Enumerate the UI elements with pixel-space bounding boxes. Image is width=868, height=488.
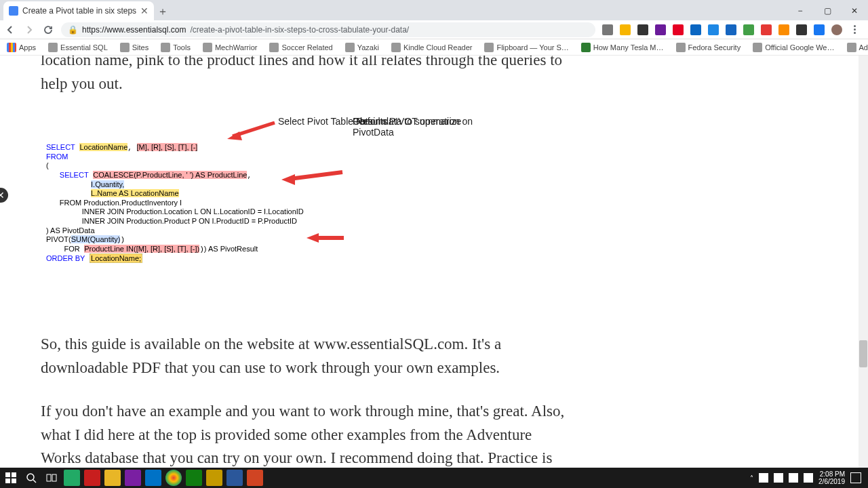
arrow-label-3: Perform PIVOT operation on PivotData xyxy=(353,116,475,138)
bookmarks-bar: Apps Essential SQL Sites Tools MechWarri… xyxy=(0,39,868,56)
url-field[interactable]: 🔒 https://www.essentialsql.com/create-a-… xyxy=(61,22,595,37)
svg-rect-6 xyxy=(12,479,16,483)
ext-icon-6[interactable] xyxy=(743,24,754,35)
ext-icon-4[interactable] xyxy=(708,24,719,35)
taskbar-app-icon[interactable] xyxy=(64,470,80,486)
excel-icon[interactable] xyxy=(186,470,202,486)
word-icon[interactable] xyxy=(226,470,243,486)
search-button[interactable] xyxy=(23,470,39,486)
url-host: https://www.essentialsql.com xyxy=(82,25,186,35)
volume-icon[interactable] xyxy=(789,473,798,483)
taskbar-app-icon[interactable] xyxy=(84,470,100,486)
svg-rect-10 xyxy=(52,474,56,481)
arrow-icon xyxy=(227,121,281,142)
system-tray: ˄ 2:08 PM 2/6/2019 xyxy=(750,470,865,485)
arrow-icon xyxy=(307,232,347,245)
svg-rect-5 xyxy=(5,479,10,483)
tray-chevron-icon[interactable]: ˄ xyxy=(750,474,753,482)
apps-button[interactable]: Apps xyxy=(7,43,36,52)
svg-rect-3 xyxy=(5,472,10,477)
bookmark-item[interactable]: Official Google We… xyxy=(753,43,834,52)
star-icon[interactable] xyxy=(620,24,631,35)
svg-line-8 xyxy=(33,480,36,483)
browser-tabs-bar: Create a Pivot table in six steps ✕ ＋ − … xyxy=(0,0,868,20)
article-content: location name, pink to the product lines… xyxy=(41,56,573,488)
back-button[interactable] xyxy=(4,24,16,36)
bookmark-item[interactable]: Essential SQL xyxy=(48,43,108,52)
extension-icons xyxy=(602,24,864,35)
reload-button[interactable] xyxy=(42,24,54,36)
pinterest-icon[interactable] xyxy=(673,24,684,35)
new-tab-button[interactable]: ＋ xyxy=(154,3,172,20)
search-icon[interactable] xyxy=(602,24,613,35)
tray-icon[interactable] xyxy=(759,473,768,483)
bookmark-item[interactable]: Soccer Related xyxy=(269,43,332,52)
profile-avatar[interactable] xyxy=(831,24,842,35)
taskbar-app-icon[interactable] xyxy=(206,470,222,486)
article-paragraph: location name, pink to the product lines… xyxy=(41,56,573,96)
file-explorer-icon[interactable] xyxy=(104,470,121,486)
ext-icon-5[interactable] xyxy=(726,24,736,35)
bookmark-item[interactable]: Kindle Cloud Reader xyxy=(391,43,473,52)
ext-icon-2[interactable] xyxy=(655,24,666,35)
article-paragraph: So, this guide is available on the websi… xyxy=(41,333,573,380)
bookmark-item[interactable]: Yazaki xyxy=(345,43,379,52)
windows-taskbar: ˄ 2:08 PM 2/6/2019 xyxy=(0,468,868,488)
svg-rect-9 xyxy=(47,474,51,481)
start-button[interactable] xyxy=(3,470,19,486)
bookmark-item[interactable]: Add to Buffer xyxy=(847,43,869,52)
bookmark-item[interactable]: MechWarrior xyxy=(203,43,258,52)
lock-icon: 🔒 xyxy=(68,25,78,35)
close-window-button[interactable]: ✕ xyxy=(841,1,868,20)
onenote-icon[interactable] xyxy=(125,470,141,486)
chrome-icon[interactable] xyxy=(165,470,182,486)
ext-icon-9[interactable] xyxy=(796,24,807,35)
url-path: /create-a-pivot-table-in-six-steps-to-cr… xyxy=(190,25,409,35)
tab-title: Create a Pivot table in six steps xyxy=(22,6,136,16)
wifi-icon[interactable] xyxy=(774,473,783,483)
svg-marker-2 xyxy=(307,233,319,243)
scroll-thumb[interactable] xyxy=(859,340,867,367)
address-bar: 🔒 https://www.essentialsql.com/create-a-… xyxy=(0,20,868,39)
outlook-icon[interactable] xyxy=(145,470,161,486)
bookmark-item[interactable]: Fedora Security xyxy=(676,43,741,52)
tab-favicon xyxy=(9,6,18,16)
bookmark-item[interactable]: Flipboard — Your S… xyxy=(484,43,568,52)
maximize-button[interactable]: ▢ xyxy=(814,1,841,20)
taskbar-app-icon[interactable] xyxy=(247,470,263,486)
bookmark-item[interactable]: Sites xyxy=(120,43,149,52)
ext-icon-10[interactable] xyxy=(814,24,825,35)
sql-code-block: SELECT LocationName, [M], [R], [S], [T],… xyxy=(46,143,304,263)
sql-diagram: Select Pivot Table Results… Obtain data … xyxy=(41,116,573,306)
battery-icon[interactable] xyxy=(804,473,813,483)
notifications-icon[interactable] xyxy=(850,472,861,483)
bookmark-item[interactable]: Tools xyxy=(161,43,191,52)
task-view-button[interactable] xyxy=(43,470,60,486)
ext-icon-1[interactable] xyxy=(637,24,648,35)
page-viewport: ✕ location name, pink to the product lin… xyxy=(0,56,868,488)
svg-rect-4 xyxy=(12,472,16,477)
menu-icon[interactable] xyxy=(849,24,860,35)
browser-tab[interactable]: Create a Pivot table in six steps ✕ xyxy=(3,1,154,20)
clock[interactable]: 2:08 PM 2/6/2019 xyxy=(818,470,845,485)
forward-button[interactable] xyxy=(23,24,35,36)
ext-icon-3[interactable] xyxy=(690,24,701,35)
ext-icon-7[interactable] xyxy=(761,24,772,35)
window-controls: − ▢ ✕ xyxy=(787,1,868,20)
minimize-button[interactable]: − xyxy=(787,1,814,20)
vertical-scrollbar[interactable] xyxy=(859,56,868,488)
svg-point-7 xyxy=(27,474,34,481)
ext-icon-8[interactable] xyxy=(778,24,789,35)
dismiss-badge[interactable]: ✕ xyxy=(0,188,8,203)
bookmark-item[interactable]: How Many Tesla M… xyxy=(581,43,664,52)
close-icon[interactable]: ✕ xyxy=(140,5,149,16)
